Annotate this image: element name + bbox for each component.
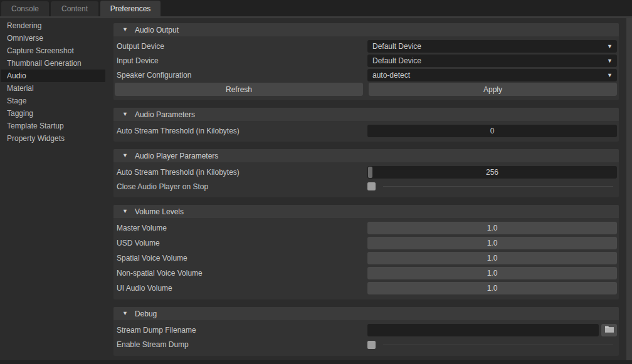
player-auto-stream-threshold-row: Auto Stream Threshold (in Kilobytes) 256 (113, 165, 619, 179)
section-audio-output-header[interactable]: ▼ Audio Output (113, 23, 619, 36)
section-debug-header[interactable]: ▼ Debug (113, 307, 619, 320)
sidebar-item-template-startup[interactable]: Template Startup (1, 120, 105, 132)
sidebar-item-audio[interactable]: Audio (1, 70, 105, 82)
section-audio-parameters: ▼ Audio Parameters Auto Stream Threshold… (113, 108, 619, 142)
speaker-configuration-label: Speaker Configuration (117, 71, 367, 80)
section-volume-levels: ▼ Volume Levels Master Volume 1.0 USD Vo… (113, 205, 619, 299)
output-device-label: Output Device (117, 42, 367, 51)
sidebar-item-tagging[interactable]: Tagging (1, 107, 105, 120)
preferences-window: Console Content Preferences Rendering Om… (0, 0, 632, 364)
divider-line (383, 345, 613, 345)
preferences-sidebar: Rendering Omniverse Capture Screenshot T… (0, 18, 110, 364)
input-device-dropdown[interactable]: Default Device ▼ (367, 55, 617, 67)
usd-volume-value: 1.0 (487, 239, 498, 247)
section-title: Volume Levels (135, 207, 184, 216)
section-audio-parameters-header[interactable]: ▼ Audio Parameters (113, 108, 619, 121)
section-volume-levels-header[interactable]: ▼ Volume Levels (113, 205, 619, 218)
usd-volume-slider[interactable]: 1.0 (367, 237, 617, 249)
input-device-row: Input Device Default Device ▼ (113, 53, 619, 68)
section-title: Audio Output (135, 26, 179, 34)
stream-dump-filename-input[interactable] (367, 324, 599, 336)
folder-icon (604, 325, 614, 335)
player-auto-stream-threshold-field[interactable]: 256 (367, 166, 617, 179)
section-debug: ▼ Debug Stream Dump Filename (113, 307, 619, 356)
close-on-stop-checkbox[interactable] (367, 182, 376, 190)
close-on-stop-row: Close Audio Player on Stop (113, 179, 619, 194)
collapse-arrow-icon[interactable]: ▼ (122, 153, 128, 159)
divider-line (383, 186, 613, 187)
spatial-voice-volume-slider[interactable]: 1.0 (367, 252, 617, 264)
usd-volume-row: USD Volume 1.0 (113, 236, 619, 251)
sidebar-item-omniverse[interactable]: Omniverse (1, 32, 105, 44)
non-spatial-voice-volume-row: Non-spatial Voice Volume 1.0 (113, 266, 619, 281)
enable-stream-dump-row: Enable Stream Dump (113, 337, 619, 352)
auto-stream-threshold-label: Auto Stream Threshold (in Kilobytes) (117, 127, 367, 135)
sidebar-item-property-widgets[interactable]: Property Widgets (1, 132, 105, 145)
spatial-voice-volume-label: Spatial Voice Volume (117, 254, 367, 263)
speaker-configuration-value: auto-detect (372, 71, 410, 80)
auto-stream-threshold-field[interactable]: 0 (367, 125, 617, 137)
close-on-stop-label: Close Audio Player on Stop (117, 182, 367, 191)
tab-console[interactable]: Console (1, 1, 49, 16)
auto-stream-threshold-row: Auto Stream Threshold (in Kilobytes) 0 (113, 123, 619, 138)
section-audio-output: ▼ Audio Output Output Device Default Dev… (113, 23, 619, 100)
enable-stream-dump-checkbox[interactable] (367, 341, 376, 349)
spatial-voice-volume-value: 1.0 (487, 254, 498, 263)
collapse-arrow-icon[interactable]: ▼ (122, 209, 128, 214)
dropdown-arrow-icon: ▼ (607, 58, 613, 64)
non-spatial-voice-volume-label: Non-spatial Voice Volume (117, 269, 367, 278)
stream-dump-filename-label: Stream Dump Filename (117, 326, 367, 335)
dropdown-arrow-icon: ▼ (607, 43, 613, 49)
section-audio-player-parameters: ▼ Audio Player Parameters Auto Stream Th… (113, 149, 619, 197)
vertical-scrollbar[interactable] (626, 18, 632, 364)
section-title: Debug (135, 309, 157, 318)
preferences-main: Rendering Omniverse Capture Screenshot T… (0, 18, 632, 364)
collapse-arrow-icon[interactable]: ▼ (122, 112, 128, 117)
output-device-dropdown[interactable]: Default Device ▼ (367, 40, 617, 53)
output-device-value: Default Device (372, 42, 421, 51)
master-volume-row: Master Volume 1.0 (113, 221, 619, 236)
input-device-value: Default Device (372, 56, 421, 65)
non-spatial-voice-volume-value: 1.0 (487, 269, 498, 278)
tab-bar: Console Content Preferences (0, 0, 632, 16)
section-title: Audio Parameters (135, 110, 195, 119)
non-spatial-voice-volume-slider[interactable]: 1.0 (367, 267, 617, 279)
master-volume-value: 1.0 (487, 224, 498, 232)
master-volume-slider[interactable]: 1.0 (367, 222, 617, 234)
output-device-row: Output Device Default Device ▼ (113, 39, 619, 53)
collapse-arrow-icon[interactable]: ▼ (122, 27, 128, 33)
master-volume-label: Master Volume (117, 224, 367, 232)
input-device-label: Input Device (117, 56, 367, 65)
ui-audio-volume-row: UI Audio Volume 1.0 (113, 281, 619, 296)
enable-stream-dump-label: Enable Stream Dump (117, 340, 367, 349)
sidebar-item-stage[interactable]: Stage (1, 95, 105, 107)
player-auto-stream-threshold-value: 256 (486, 168, 498, 177)
collapse-arrow-icon[interactable]: ▼ (122, 311, 128, 316)
player-auto-stream-threshold-label: Auto Stream Threshold (in Kilobytes) (117, 168, 367, 177)
sidebar-item-rendering[interactable]: Rendering (1, 19, 105, 32)
ui-audio-volume-value: 1.0 (487, 284, 498, 293)
audio-preferences-content: ▼ Audio Output Output Device Default Dev… (110, 18, 632, 364)
sidebar-item-capture-screenshot[interactable]: Capture Screenshot (1, 44, 105, 57)
spatial-voice-volume-row: Spatial Voice Volume 1.0 (113, 251, 619, 266)
section-audio-player-parameters-header[interactable]: ▼ Audio Player Parameters (113, 149, 619, 162)
ui-audio-volume-label: UI Audio Volume (117, 284, 367, 293)
auto-stream-threshold-value: 0 (490, 127, 495, 135)
drag-grip[interactable] (368, 167, 372, 178)
refresh-button[interactable]: Refresh (115, 83, 363, 96)
tab-preferences[interactable]: Preferences (100, 1, 161, 16)
speaker-configuration-dropdown[interactable]: auto-detect ▼ (367, 69, 617, 81)
browse-folder-button[interactable] (601, 324, 617, 336)
tab-content[interactable]: Content (51, 1, 98, 16)
stream-dump-filename-row: Stream Dump Filename (113, 323, 619, 337)
dropdown-arrow-icon: ▼ (607, 72, 613, 78)
usd-volume-label: USD Volume (117, 239, 367, 247)
speaker-configuration-row: Speaker Configuration auto-detect ▼ (113, 68, 619, 82)
window-bottom-edge (0, 360, 632, 364)
ui-audio-volume-slider[interactable]: 1.0 (367, 282, 617, 294)
apply-button[interactable]: Apply (369, 83, 617, 96)
sidebar-item-material[interactable]: Material (1, 82, 105, 95)
section-title: Audio Player Parameters (135, 152, 218, 160)
sidebar-item-thumbnail-generation[interactable]: Thumbnail Generation (1, 57, 105, 70)
